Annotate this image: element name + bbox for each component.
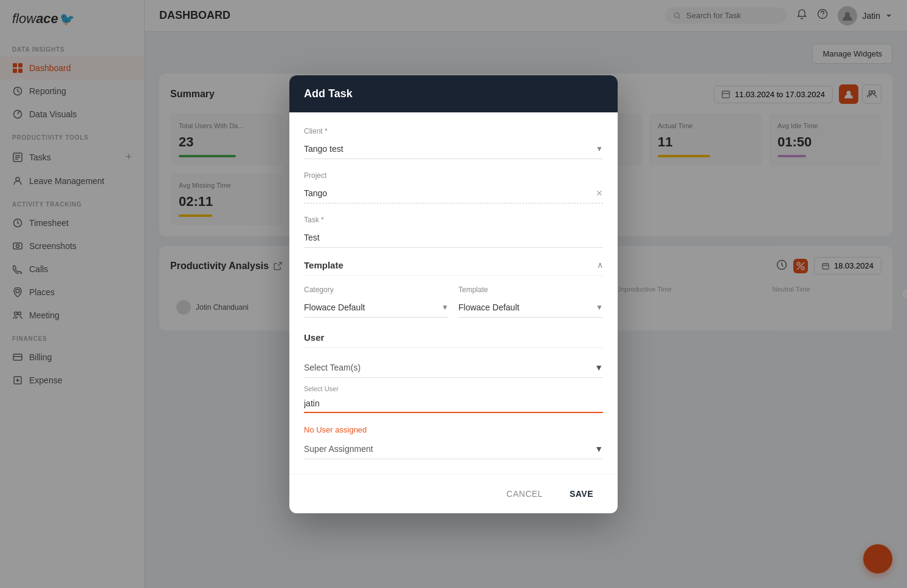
client-label: Client * xyxy=(304,127,603,135)
add-task-modal: Add Task Client * Tango test ▼ Project xyxy=(289,75,618,513)
modal-title: Add Task xyxy=(304,87,353,100)
super-assignment-label: Super Assignment xyxy=(304,444,373,454)
template-toggle-icon[interactable]: ∧ xyxy=(597,260,603,270)
template-label: Template xyxy=(458,285,603,294)
teams-select-label: Select Team(s) xyxy=(304,363,360,372)
modal-footer: CANCEL SAVE xyxy=(289,474,618,513)
select-user-label: Select User xyxy=(304,385,603,392)
task-label: Task * xyxy=(304,216,603,224)
template-field-group: Template Flowace Default ▼ xyxy=(458,285,603,318)
cancel-button[interactable]: CANCEL xyxy=(497,484,553,504)
category-select-wrapper: Flowace Default ▼ xyxy=(304,298,449,318)
select-user-field: Select User xyxy=(304,385,603,413)
teams-dropdown-arrow: ▼ xyxy=(595,363,603,372)
save-button[interactable]: SAVE xyxy=(560,484,603,504)
modal-header: Add Task xyxy=(289,75,618,112)
category-field-group: Category Flowace Default ▼ xyxy=(304,285,449,318)
project-clear-icon[interactable]: ✕ xyxy=(596,188,603,198)
task-field-group: Task * xyxy=(304,216,603,248)
template-select-wrapper: Flowace Default ▼ xyxy=(458,298,603,318)
teams-select[interactable]: Select Team(s) ▼ xyxy=(304,358,603,378)
user-section-title: User xyxy=(304,332,324,343)
task-input[interactable] xyxy=(304,228,603,248)
project-field-group: Project ✕ xyxy=(304,171,603,203)
template-section-header: Template ∧ xyxy=(304,260,603,276)
client-field-group: Client * Tango test ▼ xyxy=(304,127,603,159)
template-section: Template ∧ Category Flowace Default ▼ xyxy=(304,260,603,330)
template-select[interactable]: Flowace Default xyxy=(458,298,603,317)
modal-body: Client * Tango test ▼ Project ✕ xyxy=(289,112,618,474)
template-grid: Category Flowace Default ▼ Template xyxy=(304,285,603,330)
user-section-header: User xyxy=(304,332,603,348)
modal-overlay[interactable]: Add Task Client * Tango test ▼ Project xyxy=(0,0,907,588)
super-assignment-select[interactable]: Super Assignment ▼ xyxy=(304,439,603,459)
user-search-input[interactable] xyxy=(304,395,603,413)
no-user-message: No User assigned xyxy=(304,425,603,434)
category-select[interactable]: Flowace Default xyxy=(304,298,449,317)
client-select-wrapper: Tango test ▼ xyxy=(304,139,603,159)
user-section: User Select Team(s) ▼ Select User No Use… xyxy=(304,332,603,459)
project-input[interactable] xyxy=(304,183,591,203)
client-select[interactable]: Tango test xyxy=(304,139,603,159)
template-section-title: Template xyxy=(304,260,343,270)
category-label: Category xyxy=(304,285,449,294)
super-assignment-arrow: ▼ xyxy=(595,444,603,454)
project-label: Project xyxy=(304,171,603,180)
